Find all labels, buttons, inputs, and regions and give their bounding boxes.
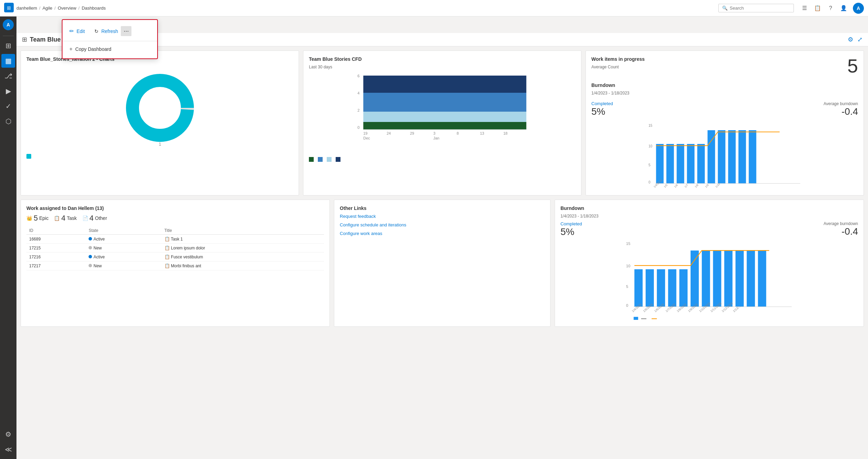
work-summary: 👑 5 Epic 📋 4 Task 📄 4 Other [26,214,324,223]
person-icon[interactable]: 👤 [840,4,847,12]
row-title: 📋 Morbi finibus ant [162,261,324,270]
header-right-icons: ⚙ ⤢ [848,36,863,43]
sidebar-divider [3,36,14,36]
epic-count: 5 [34,214,38,223]
edit-icon: ✏ [69,28,74,34]
row-state: Active [86,253,161,261]
cfd-legend [309,157,576,162]
nav-logo: ⊞ [4,3,14,13]
burndown-extended-widget: Burndown 1/4/2023 - 1/18/2023 Completed … [555,200,864,327]
task-type: 📋 4 Task [54,214,77,223]
sidebar-avatar: A [3,19,14,30]
svg-rect-35 [728,130,736,183]
burndown-ext-title: Burndown [560,205,858,211]
sidebar-item-collapse[interactable]: ≪ [1,443,15,456]
other-icon: 📄 [82,215,88,221]
row-id: 17216 [26,253,86,261]
help-icon[interactable]: ? [827,4,834,12]
svg-rect-29 [667,144,674,183]
list-icon[interactable]: ☰ [801,4,808,12]
svg-rect-60 [713,250,721,307]
svg-text:8: 8 [457,131,459,135]
work-items-subtitle: Average Count [591,65,645,69]
breadcrumb: danhellem / Agile / Overview / Dashboard… [16,5,106,11]
sidebar-item-settings[interactable]: ⚙ [1,427,15,441]
other-count: 4 [90,214,94,223]
legend-color [26,154,31,159]
svg-rect-10 [363,76,526,93]
svg-rect-58 [691,250,699,307]
svg-text:1/9: 1/9 [705,183,710,189]
row-state: New [86,261,161,270]
more-button[interactable]: ··· [121,26,131,36]
svg-text:10: 10 [626,264,630,268]
cfd-legend-4 [336,157,340,162]
legend-item [26,154,31,159]
svg-text:24: 24 [387,131,391,135]
expand-icon[interactable]: ⤢ [857,36,863,43]
cfd-chart-widget: Team Blue Stories CFD Last 30 days 6 4 2… [303,51,581,195]
sidebar-item-repos[interactable]: ⎇ [1,69,15,83]
svg-text:1/6: 1/6 [674,183,679,189]
svg-rect-32 [697,144,705,183]
svg-text:15: 15 [649,124,653,127]
breadcrumb-item-1[interactable]: danhellem [16,5,37,11]
sidebar-item-home[interactable]: ⊞ [1,39,15,53]
svg-rect-37 [749,130,756,183]
sidebar-item-pipelines[interactable]: ▶ [1,84,15,98]
svg-text:1/8: 1/8 [694,183,699,189]
other-link-item[interactable]: Request feedback [340,214,545,219]
svg-text:Jan: Jan [433,136,440,140]
row-id: 17215 [26,244,86,253]
breadcrumb-item-3[interactable]: Overview [58,5,76,11]
svg-text:1/7: 1/7 [684,183,689,189]
row-id: 17217 [26,261,86,270]
main-content: ⊞ Team Blue - Overview ∨ ☆ 👥 ✏ Edit ↻ Re… [16,33,868,459]
search-input[interactable] [730,5,785,11]
copy-dashboard-button[interactable]: + Copy Dashboard [62,43,157,56]
refresh-icon: ↻ [94,29,99,34]
col-title: Title [162,227,324,235]
svg-text:0: 0 [626,303,628,307]
svg-rect-55 [657,269,665,307]
clipboard-icon[interactable]: 📋 [814,4,821,12]
other-link-item[interactable]: Configure schedule and iterations [340,222,545,227]
row-title: 📋 Fusce vestibulum [162,253,324,261]
svg-rect-13 [363,122,526,130]
svg-text:19: 19 [363,131,368,135]
edit-button[interactable]: ✏ Edit ↻ Refresh ··· [62,23,157,40]
svg-text:2: 2 [358,108,360,112]
breadcrumb-item-2[interactable]: Agile [43,5,53,11]
cfd-svg: 6 4 2 0 19 24 [309,72,576,155]
epic-icon: 👑 [26,215,32,221]
other-link-item[interactable]: Configure work areas [340,231,545,236]
search-bar[interactable]: 🔍 [718,4,794,12]
avatar[interactable]: A [853,3,864,14]
svg-text:⊞: ⊞ [7,5,11,11]
svg-rect-76 [634,317,638,320]
svg-rect-28 [656,144,664,183]
sidebar-item-testplans[interactable]: ✓ [1,99,15,113]
edit-label: Edit [77,29,85,34]
svg-text:5: 5 [626,284,628,289]
work-table: ID State Title 16689 Active 📋 Task 1 172… [26,227,324,270]
other-label: Other [95,215,107,221]
completed-label: Completed [591,101,613,106]
donut-legend [26,154,293,159]
svg-rect-62 [736,250,744,307]
stories-chart-widget: Team Blue_Stories_Iteration 2 - Charts 1 [21,51,299,195]
breadcrumb-item-4[interactable]: Dashboards [82,5,106,11]
cfd-legend-1 [309,157,314,162]
svg-rect-11 [363,93,526,112]
work-items-value: 5 [847,56,858,76]
svg-text:0: 0 [649,180,651,184]
svg-point-4 [146,93,174,122]
burndown-ext-chart: 15 10 5 0 1/4/2023 1/5/2023 [560,237,858,320]
gear-icon[interactable]: ⚙ [848,36,853,43]
avg-burndown-label: Average burndown [823,101,858,106]
sidebar-item-boards[interactable]: ▦ [1,54,15,68]
table-row: 17217 New 📋 Morbi finibus ant [26,261,324,270]
completed-value: 5% [591,106,613,117]
sidebar-item-artifacts[interactable]: ⬡ [1,114,15,128]
other-links-widget: Other Links Request feedbackConfigure sc… [334,200,551,327]
